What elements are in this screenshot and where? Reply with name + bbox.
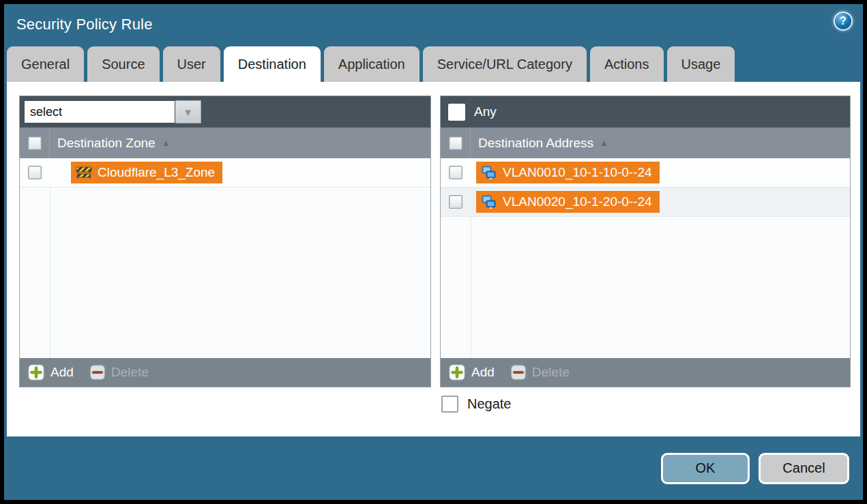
tab-user[interactable]: User xyxy=(163,46,220,82)
address-panel-footer: Add Delete xyxy=(441,358,850,387)
add-icon xyxy=(449,364,465,381)
tab-service-url-category[interactable]: Service/URL Category xyxy=(423,46,587,82)
tab-source[interactable]: Source xyxy=(87,46,159,82)
sort-asc-icon[interactable]: ▲ xyxy=(162,138,171,148)
tab-application[interactable]: Application xyxy=(324,46,420,82)
row-checkbox[interactable] xyxy=(449,166,462,179)
zone-list: Cloudflare_L3_Zone xyxy=(20,158,430,358)
delete-button-label: Delete xyxy=(111,365,149,380)
table-row[interactable]: VLAN0020_10-1-20-0--24 xyxy=(441,188,850,217)
destination-address-panel: Any Destination Address ▲ xyxy=(440,95,851,387)
tab-actions[interactable]: Actions xyxy=(590,46,664,82)
zone-select-dropdown-button[interactable]: ▼ xyxy=(175,100,201,123)
delete-icon xyxy=(90,365,105,380)
row-checkbox-cell xyxy=(441,158,471,187)
cancel-button[interactable]: Cancel xyxy=(759,453,849,484)
zone-select-input[interactable] xyxy=(24,100,175,123)
any-checkbox[interactable] xyxy=(448,104,465,121)
zone-icon xyxy=(76,166,92,179)
add-icon xyxy=(28,364,44,381)
address-panel-toolbar: Any xyxy=(441,96,850,128)
destination-zone-panel: ▼ Destination Zone ▲ xyxy=(19,95,431,387)
address-chip[interactable]: VLAN0020_10-1-20-0--24 xyxy=(476,191,660,213)
destination-tab-content: ▼ Destination Zone ▲ xyxy=(7,82,860,436)
address-icon xyxy=(481,166,497,180)
negate-label: Negate xyxy=(467,396,512,412)
negate-checkbox[interactable] xyxy=(441,396,458,413)
address-column-label[interactable]: Destination Address xyxy=(478,136,593,151)
address-header-checkbox-cell xyxy=(441,128,471,158)
dialog-footer: OK Cancel xyxy=(4,436,863,500)
dialog-title: Security Policy Rule xyxy=(16,16,153,33)
zone-select-all-checkbox[interactable] xyxy=(28,136,42,150)
negate-row: Negate xyxy=(441,396,512,413)
table-row[interactable]: VLAN0010_10-1-10-0--24 xyxy=(441,158,850,188)
add-button[interactable]: Add xyxy=(28,364,74,381)
tab-destination[interactable]: Destination xyxy=(224,46,321,82)
add-button-label: Add xyxy=(50,365,74,380)
address-icon xyxy=(481,195,497,209)
address-select-all-checkbox[interactable] xyxy=(449,136,462,150)
delete-button-label: Delete xyxy=(532,365,570,380)
sort-asc-icon[interactable]: ▲ xyxy=(600,138,608,148)
address-list: VLAN0010_10-1-10-0--24 xyxy=(441,158,850,358)
address-chip-label: VLAN0020_10-1-20-0--24 xyxy=(503,194,652,209)
zone-chip[interactable]: Cloudflare_L3_Zone xyxy=(71,162,222,183)
help-icon[interactable]: ? xyxy=(834,12,853,31)
zone-panel-footer: Add Delete xyxy=(20,358,430,387)
zone-column-header: Destination Zone ▲ xyxy=(20,128,430,158)
address-chip[interactable]: VLAN0010_10-1-10-0--24 xyxy=(476,162,660,183)
delete-button[interactable]: Delete xyxy=(511,365,570,380)
security-policy-rule-dialog: Security Policy Rule ? General Source Us… xyxy=(4,4,863,500)
address-column-header: Destination Address ▲ xyxy=(441,128,850,158)
any-label: Any xyxy=(474,104,497,119)
tab-usage[interactable]: Usage xyxy=(667,46,735,82)
address-chip-label: VLAN0010_10-1-10-0--24 xyxy=(503,165,652,180)
add-button[interactable]: Add xyxy=(449,364,495,381)
row-checkbox[interactable] xyxy=(449,195,462,209)
zone-header-checkbox-cell xyxy=(20,128,50,158)
zone-panel-toolbar: ▼ xyxy=(20,96,430,128)
row-checkbox-cell xyxy=(20,158,50,187)
add-button-label: Add xyxy=(471,365,495,380)
zone-chip-label: Cloudflare_L3_Zone xyxy=(98,165,215,180)
ok-button[interactable]: OK xyxy=(661,453,750,484)
tab-bar: General Source User Destination Applicat… xyxy=(7,46,860,82)
chevron-down-icon: ▼ xyxy=(183,106,193,118)
row-checkbox[interactable] xyxy=(28,166,42,179)
delete-icon xyxy=(511,365,526,380)
zone-column-label[interactable]: Destination Zone xyxy=(57,136,156,151)
table-row[interactable]: Cloudflare_L3_Zone xyxy=(20,158,430,188)
tab-general[interactable]: General xyxy=(7,46,84,82)
titlebar: Security Policy Rule ? xyxy=(4,4,863,46)
delete-button[interactable]: Delete xyxy=(90,365,149,380)
row-checkbox-cell xyxy=(441,188,471,216)
